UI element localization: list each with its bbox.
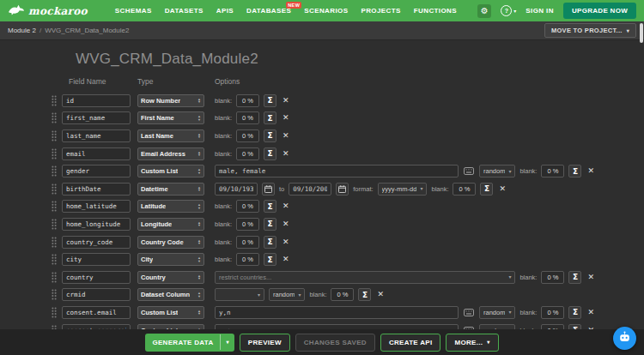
sigma-button[interactable]: Σ bbox=[568, 271, 581, 284]
field-name-input[interactable] bbox=[62, 218, 131, 231]
remove-field-button[interactable]: ✕ bbox=[586, 309, 596, 316]
blank-percent-input[interactable] bbox=[541, 306, 564, 319]
calendar-icon[interactable] bbox=[262, 183, 275, 196]
sigma-button[interactable]: Σ bbox=[264, 218, 276, 231]
field-name-input[interactable] bbox=[62, 147, 131, 160]
drag-handle-icon[interactable] bbox=[52, 165, 62, 177]
sigma-button[interactable]: Σ bbox=[264, 253, 276, 266]
field-name-input[interactable] bbox=[62, 165, 131, 178]
preview-button[interactable]: PREVIEW bbox=[240, 334, 290, 352]
drag-handle-icon[interactable] bbox=[52, 130, 62, 141]
type-select[interactable]: Dataset Column▲▼ bbox=[137, 288, 204, 301]
nav-functions[interactable]: FUNCTIONS bbox=[414, 7, 457, 15]
field-name-input[interactable] bbox=[62, 306, 131, 319]
drag-handle-icon[interactable] bbox=[52, 307, 62, 318]
blank-percent-input[interactable] bbox=[541, 271, 564, 284]
order-select[interactable]: random▾ bbox=[479, 306, 515, 319]
format-select[interactable]: yyyy-mm-dd▾ bbox=[378, 183, 428, 196]
remove-field-button[interactable]: ✕ bbox=[281, 114, 291, 122]
nav-scenarios[interactable]: SCENARIOS bbox=[304, 7, 348, 15]
chat-widget-button[interactable] bbox=[613, 327, 636, 350]
restrict-countries-select[interactable]: restrict countries...▾ bbox=[215, 271, 515, 284]
drag-handle-icon[interactable] bbox=[52, 148, 62, 159]
drag-handle-icon[interactable] bbox=[52, 237, 62, 248]
drag-handle-icon[interactable] bbox=[52, 289, 62, 300]
keyboard-icon[interactable] bbox=[463, 309, 475, 316]
type-select[interactable]: Latitude▲▼ bbox=[137, 200, 204, 213]
sigma-button[interactable]: Σ bbox=[264, 129, 276, 142]
field-name-input[interactable] bbox=[62, 271, 131, 284]
drag-handle-icon[interactable] bbox=[52, 112, 62, 123]
nav-schemas[interactable]: SCHEMAS bbox=[115, 7, 152, 15]
mockaroo-logo[interactable]: mockaroo bbox=[8, 3, 88, 19]
move-to-project-button[interactable]: MOVE TO PROJECT... ▾ bbox=[544, 23, 636, 38]
field-name-input[interactable] bbox=[62, 253, 131, 266]
blank-percent-input[interactable] bbox=[453, 183, 476, 196]
blank-percent-input[interactable] bbox=[236, 253, 259, 266]
nav-projects[interactable]: PROJECTS bbox=[361, 7, 400, 15]
field-name-input[interactable] bbox=[62, 183, 131, 196]
nav-databases[interactable]: DATABASESNEW bbox=[246, 7, 291, 15]
remove-field-button[interactable]: ✕ bbox=[281, 256, 291, 263]
type-select[interactable]: Custom List▲▼ bbox=[137, 165, 204, 178]
sigma-button[interactable]: Σ bbox=[264, 147, 276, 160]
blank-percent-input[interactable] bbox=[236, 94, 259, 107]
type-select[interactable]: City▲▼ bbox=[137, 253, 204, 266]
type-select[interactable]: First Name▲▼ bbox=[137, 111, 204, 124]
blank-percent-input[interactable] bbox=[236, 129, 259, 142]
settings-gear-icon[interactable]: ⚙ bbox=[477, 4, 491, 18]
remove-field-button[interactable]: ✕ bbox=[497, 185, 507, 193]
remove-field-button[interactable]: ✕ bbox=[586, 274, 596, 281]
sigma-button[interactable]: Σ bbox=[568, 306, 581, 319]
nav-apis[interactable]: APIS bbox=[216, 7, 234, 15]
field-name-input[interactable] bbox=[62, 94, 131, 107]
breadcrumb-parent-link[interactable]: Module 2 bbox=[8, 27, 36, 34]
blank-percent-input[interactable] bbox=[236, 200, 259, 213]
sigma-button[interactable]: Σ bbox=[480, 183, 493, 196]
upgrade-now-button[interactable]: UPGRADE NOW bbox=[563, 3, 636, 19]
drag-handle-icon[interactable] bbox=[52, 219, 62, 230]
order-select[interactable]: random▾ bbox=[269, 288, 305, 301]
dataset-column-select[interactable]: ▾ bbox=[215, 288, 264, 301]
field-name-input[interactable] bbox=[62, 288, 131, 301]
type-select[interactable]: Longitude▲▼ bbox=[137, 218, 204, 231]
sigma-button[interactable]: Σ bbox=[358, 288, 371, 301]
generate-data-button[interactable]: GENERATE DATA ▾ bbox=[145, 334, 234, 352]
blank-percent-input[interactable] bbox=[236, 218, 259, 231]
end-date-input[interactable] bbox=[289, 183, 331, 196]
drag-handle-icon[interactable] bbox=[52, 272, 62, 283]
drag-handle-icon[interactable] bbox=[52, 201, 62, 212]
drag-handle-icon[interactable] bbox=[52, 254, 62, 265]
field-name-input[interactable] bbox=[62, 111, 131, 124]
sigma-button[interactable]: Σ bbox=[264, 111, 276, 124]
drag-handle-icon[interactable] bbox=[52, 184, 62, 195]
blank-percent-input[interactable] bbox=[331, 288, 354, 301]
sigma-button[interactable]: Σ bbox=[264, 200, 276, 213]
remove-field-button[interactable]: ✕ bbox=[281, 132, 291, 140]
type-select[interactable]: Last Name▲▼ bbox=[137, 129, 204, 142]
sigma-button[interactable]: Σ bbox=[264, 94, 276, 107]
remove-field-button[interactable]: ✕ bbox=[281, 97, 291, 105]
start-date-input[interactable] bbox=[215, 183, 258, 196]
remove-field-button[interactable]: ✕ bbox=[281, 220, 291, 228]
calendar-icon[interactable] bbox=[336, 183, 349, 196]
more-button[interactable]: MORE... ▾ bbox=[446, 334, 498, 352]
scrollbar-thumb[interactable] bbox=[640, 23, 643, 43]
field-name-input[interactable] bbox=[62, 129, 131, 142]
help-menu[interactable]: ? ▾ bbox=[501, 5, 516, 16]
list-values-input[interactable] bbox=[215, 165, 459, 178]
remove-field-button[interactable]: ✕ bbox=[281, 238, 291, 246]
type-select[interactable]: Custom List▲▼ bbox=[137, 306, 204, 319]
nav-datasets[interactable]: DATASETS bbox=[165, 7, 204, 15]
blank-percent-input[interactable] bbox=[236, 111, 259, 124]
sign-in-button[interactable]: SIGN IN bbox=[526, 7, 554, 15]
field-name-input[interactable] bbox=[62, 200, 131, 213]
type-select[interactable]: Email Address▲▼ bbox=[137, 147, 204, 160]
blank-percent-input[interactable] bbox=[236, 236, 259, 249]
remove-field-button[interactable]: ✕ bbox=[281, 150, 291, 158]
sigma-button[interactable]: Σ bbox=[568, 165, 581, 178]
order-select[interactable]: random▾ bbox=[479, 165, 515, 178]
list-values-input[interactable] bbox=[215, 306, 459, 319]
blank-percent-input[interactable] bbox=[236, 147, 259, 160]
remove-field-button[interactable]: ✕ bbox=[281, 202, 291, 210]
